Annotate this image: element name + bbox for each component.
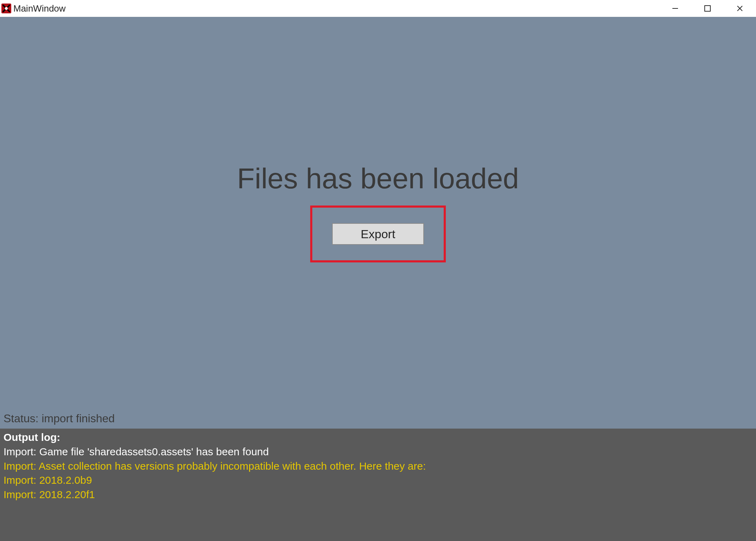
window-title: MainWindow: [13, 3, 66, 14]
maximize-button[interactable]: [691, 0, 724, 17]
log-line: Import: 2018.2.20f1: [4, 488, 752, 502]
log-line: Import: 2018.2.0b9: [4, 473, 752, 488]
export-button[interactable]: Export: [332, 223, 424, 245]
loaded-message: Files has been loaded: [237, 162, 519, 195]
output-log-header: Output log:: [4, 431, 752, 443]
window-controls: [659, 0, 756, 17]
titlebar: MainWindow: [0, 0, 756, 17]
close-button[interactable]: [724, 0, 756, 17]
svg-rect-3: [705, 6, 710, 11]
minimize-button[interactable]: [659, 0, 691, 17]
svg-point-1: [5, 7, 8, 10]
app-icon: [1, 4, 11, 13]
log-line: Import: Game file 'sharedassets0.assets'…: [4, 445, 752, 459]
export-highlight-box: Export: [310, 206, 446, 262]
center-area: Files has been loaded Export Status: imp…: [0, 17, 756, 429]
output-log: Output log: Import: Game file 'sharedass…: [0, 429, 756, 541]
client-area: Files has been loaded Export Status: imp…: [0, 17, 756, 541]
status-text: Status: import finished: [4, 412, 115, 425]
log-line: Import: Asset collection has versions pr…: [4, 459, 752, 474]
